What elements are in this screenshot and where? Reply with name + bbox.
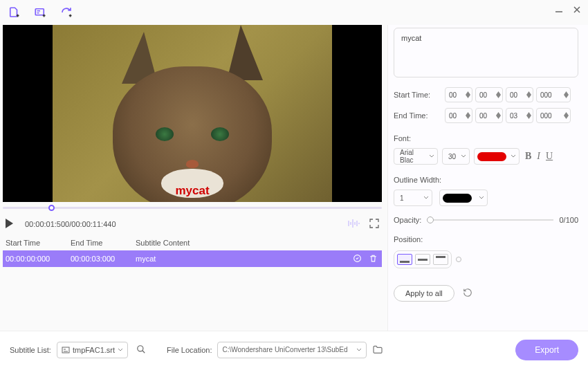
open-folder-icon[interactable] [372, 344, 383, 356]
row-edit-icon[interactable] [353, 254, 362, 264]
video-preview[interactable]: mycat [3, 25, 382, 202]
opacity-readout: 0/100 [559, 216, 578, 224]
outline-color-dropdown[interactable] [439, 190, 488, 206]
reset-icon[interactable] [463, 288, 472, 300]
bold-button[interactable]: B [525, 151, 531, 162]
end-seconds[interactable]: 03 [506, 108, 533, 123]
font-color-dropdown[interactable] [474, 148, 520, 165]
opacity-thumb[interactable] [427, 217, 434, 223]
export-button[interactable]: Export [515, 340, 578, 360]
player-timecode: 00:00:01:500/00:00:11:440 [25, 220, 116, 228]
col-end-header: End Time [71, 239, 136, 247]
position-top-button[interactable] [433, 254, 448, 265]
row-content: mycat [136, 255, 379, 263]
footer-bar: Subtitle List: tmpFAC1.srt File Location… [0, 331, 588, 368]
start-seconds[interactable]: 00 [506, 87, 533, 102]
svg-point-3 [138, 345, 143, 351]
end-minutes[interactable]: 00 [475, 108, 503, 123]
apply-to-all-button[interactable]: Apply to all [394, 285, 454, 302]
outline-label: Outline Width: [394, 176, 578, 184]
subtitle-table-header: Start Time End Time Subtitle Content [3, 235, 382, 250]
row-end: 00:00:03:000 [71, 255, 136, 263]
subtitle-file-dropdown[interactable]: tmpFAC1.srt [57, 342, 128, 358]
subtitle-text-input[interactable]: mycat [394, 28, 578, 77]
subtitle-list-label: Subtitle List: [10, 346, 51, 354]
svg-rect-0 [35, 9, 44, 15]
left-pane: mycat 00:00:01:500/00:00:11:440 Start Ti… [0, 25, 387, 331]
search-icon[interactable] [136, 344, 146, 356]
end-time-label: End Time: [394, 111, 445, 120]
row-delete-icon[interactable] [369, 254, 378, 264]
italic-button[interactable]: I [537, 151, 540, 162]
position-middle-button[interactable] [415, 254, 430, 265]
end-millis[interactable]: 000 [536, 108, 571, 123]
top-toolbar [0, 0, 588, 25]
end-hours[interactable]: 00 [445, 108, 472, 123]
start-hours[interactable]: 00 [445, 87, 472, 102]
start-minutes[interactable]: 00 [475, 87, 503, 102]
close-icon[interactable] [573, 6, 581, 16]
outline-width-dropdown[interactable]: 1 [394, 190, 432, 206]
file-location-dropdown[interactable]: C:\Wondershare UniConverter 13\SubEd [217, 342, 367, 358]
position-bottom-button[interactable] [397, 254, 412, 265]
position-label: Position: [394, 235, 578, 243]
waveform-icon[interactable] [347, 219, 360, 230]
font-size-dropdown[interactable]: 30 [442, 148, 470, 165]
play-button[interactable] [6, 219, 17, 230]
fullscreen-icon[interactable] [369, 219, 379, 230]
refresh-toolbar-icon[interactable] [59, 6, 73, 19]
svg-rect-2 [62, 347, 69, 353]
file-location-label: File Location: [167, 346, 212, 354]
timeline[interactable] [3, 203, 382, 213]
right-pane: mycat Start Time: 00 00 00 000 End Time:… [387, 25, 588, 331]
font-label: Font: [394, 134, 578, 142]
font-name-dropdown[interactable]: Arial Blac [394, 148, 438, 165]
underline-button[interactable]: U [546, 151, 553, 162]
table-row[interactable]: 00:00:00:000 00:00:03:000 mycat [3, 250, 382, 267]
col-start-header: Start Time [6, 239, 71, 247]
position-indicator-icon [456, 257, 461, 262]
minimize-icon[interactable] [555, 6, 563, 16]
opacity-slider[interactable] [427, 219, 553, 221]
subtitle-overlay: mycat [175, 184, 209, 198]
opacity-label: Opacity: [394, 216, 421, 224]
col-content-header: Subtitle Content [136, 239, 379, 247]
add-subtitle-icon[interactable] [33, 6, 47, 19]
start-time-label: Start Time: [394, 91, 445, 99]
row-start: 00:00:00:000 [6, 255, 71, 263]
timeline-handle[interactable] [48, 205, 55, 211]
add-file-icon[interactable] [7, 6, 21, 19]
start-millis[interactable]: 000 [536, 87, 571, 102]
